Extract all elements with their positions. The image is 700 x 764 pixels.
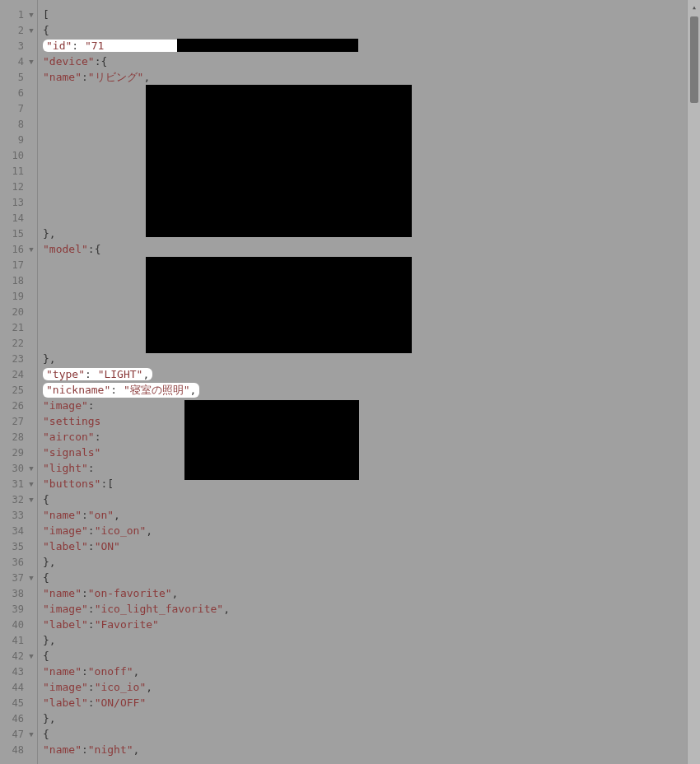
code-line[interactable]: "image": "ico_io", <box>43 679 700 695</box>
vertical-scrollbar[interactable]: ▴ <box>687 0 700 764</box>
redaction-block <box>184 400 359 480</box>
line-number-text: 10 <box>12 150 27 161</box>
code-line[interactable]: "name": "onoff", <box>43 664 700 679</box>
code-line[interactable]: "nickname": "寝室の照明", <box>43 382 700 398</box>
highlighted-text: "type": "LIGHT", <box>43 368 152 380</box>
line-number: 7 <box>0 100 37 116</box>
line-number-gutter: 1▼2▼34▼5678910111213141516▼1718192021222… <box>0 0 38 764</box>
line-number: 43 <box>0 664 37 679</box>
code-line[interactable]: "buttons": [ <box>43 476 700 491</box>
line-number: 31▼ <box>0 476 37 491</box>
code-line[interactable]: }, <box>43 710 700 726</box>
line-number: 21 <box>0 319 37 335</box>
fold-toggle-icon[interactable]: ▼ <box>27 26 35 35</box>
code-line[interactable]: }, <box>43 554 700 570</box>
code-content-area[interactable]: [ { "id": "71 8d", "device": { "name": "… <box>38 0 700 764</box>
line-number: 2▼ <box>0 22 37 38</box>
line-number: 11 <box>0 163 37 179</box>
code-line[interactable]: "device": { <box>43 54 700 69</box>
code-line[interactable]: [ <box>43 7 700 22</box>
line-number: 14 <box>0 210 37 226</box>
line-number: 48 <box>0 742 37 757</box>
code-line[interactable]: "image": <box>43 398 700 413</box>
fold-toggle-icon[interactable]: ▼ <box>27 464 35 473</box>
line-number-text: 12 <box>12 181 27 193</box>
code-line[interactable]: { <box>43 726 700 742</box>
line-number-text: 7 <box>18 103 27 114</box>
line-number: 10 <box>0 147 37 163</box>
line-number: 18 <box>0 273 37 288</box>
line-number-text: 16 <box>12 244 27 255</box>
code-line[interactable]: { <box>43 648 700 664</box>
line-number-text: 11 <box>12 165 27 177</box>
line-number-text: 9 <box>18 134 27 146</box>
line-number-text: 20 <box>12 306 27 318</box>
code-line[interactable]: "model": { <box>43 241 700 257</box>
line-number: 27 <box>0 413 37 429</box>
line-number: 29 <box>0 445 37 460</box>
line-number-text: 5 <box>18 72 27 83</box>
line-number: 41 <box>0 632 37 648</box>
line-number-text: 46 <box>12 713 27 724</box>
line-number-text: 43 <box>12 666 27 678</box>
line-number-text: 42 <box>12 650 27 662</box>
fold-toggle-icon[interactable]: ▼ <box>27 652 35 660</box>
code-line[interactable]: { <box>43 491 700 507</box>
fold-toggle-icon[interactable]: ▼ <box>27 480 35 488</box>
code-line[interactable]: { <box>43 570 700 585</box>
fold-toggle-icon[interactable]: ▼ <box>27 730 35 738</box>
line-number: 16▼ <box>0 241 37 257</box>
line-number: 22 <box>0 335 37 351</box>
line-number: 42▼ <box>0 648 37 664</box>
code-line[interactable]: "id": "71 8d", <box>43 38 700 54</box>
line-number-text: 36 <box>12 557 27 568</box>
line-number: 39 <box>0 601 37 617</box>
code-line[interactable]: }, <box>43 632 700 648</box>
code-line[interactable]: "aircon": <box>43 429 700 445</box>
code-line[interactable]: "type": "LIGHT", <box>43 366 700 382</box>
line-number: 28 <box>0 429 37 445</box>
line-number-text: 1 <box>18 9 27 21</box>
line-number-text: 37 <box>12 572 27 584</box>
line-number-text: 27 <box>12 416 27 427</box>
line-number: 40 <box>0 617 37 632</box>
code-line[interactable]: "name": "night", <box>43 742 700 757</box>
line-number-text: 13 <box>12 197 27 208</box>
line-number: 1▼ <box>0 7 37 22</box>
line-number-text: 17 <box>12 259 27 271</box>
scroll-up-button[interactable]: ▴ <box>688 0 700 13</box>
line-number-text: 22 <box>12 338 27 349</box>
fold-toggle-icon[interactable]: ▼ <box>27 496 35 504</box>
line-number-text: 29 <box>12 447 27 459</box>
code-line[interactable]: { <box>43 22 700 38</box>
line-number: 38 <box>0 585 37 601</box>
fold-toggle-icon[interactable]: ▼ <box>27 58 35 66</box>
line-number: 5 <box>0 69 37 85</box>
scrollbar-thumb[interactable] <box>690 16 698 103</box>
highlighted-text: "nickname": "寝室の照明", <box>43 383 199 398</box>
line-number-text: 23 <box>12 353 27 365</box>
code-line[interactable]: "label": "ON" <box>43 538 700 554</box>
code-line[interactable]: "settings <box>43 413 700 429</box>
fold-toggle-icon[interactable]: ▼ <box>27 11 35 19</box>
line-number: 15 <box>0 226 37 241</box>
code-line[interactable]: "label": "Favorite" <box>43 617 700 632</box>
fold-toggle-icon[interactable]: ▼ <box>27 245 35 254</box>
line-number: 9 <box>0 132 37 147</box>
code-line[interactable]: "image": "ico_light_favorite", <box>43 601 700 617</box>
code-line[interactable]: "name": "on", <box>43 507 700 523</box>
line-number-text: 8 <box>18 119 27 130</box>
code-line[interactable]: "image": "ico_on", <box>43 523 700 538</box>
line-number-text: 18 <box>12 275 27 286</box>
code-line[interactable]: "name": "on-favorite", <box>43 585 700 601</box>
code-line[interactable]: "label": "ON/OFF" <box>43 695 700 710</box>
code-line[interactable]: "light": <box>43 460 700 476</box>
redaction-block <box>146 85 412 237</box>
line-number: 8 <box>0 116 37 132</box>
code-line[interactable]: "signals" <box>43 445 700 460</box>
line-number: 24 <box>0 366 37 382</box>
line-number: 25 <box>0 382 37 398</box>
code-line[interactable]: "name": "リビング", <box>43 69 700 85</box>
fold-toggle-icon[interactable]: ▼ <box>27 574 35 582</box>
line-number: 35 <box>0 538 37 554</box>
